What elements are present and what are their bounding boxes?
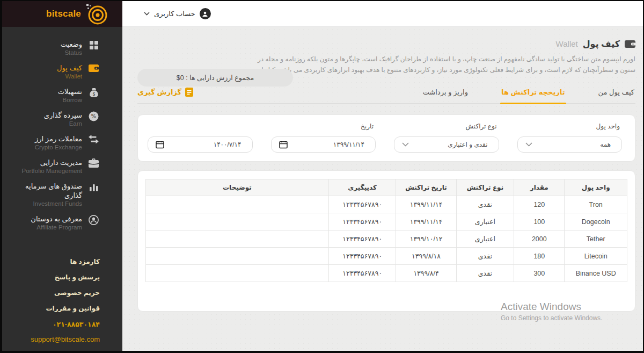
bitscale-logo-icon xyxy=(86,3,107,25)
percent-icon: % xyxy=(88,111,99,122)
footer-link-terms[interactable]: قوانین و مقررات xyxy=(46,305,100,312)
nav-label-fa: صندوق های سرمایه گذاری xyxy=(8,182,82,200)
table-row: Binance USD 300 نقدی ۱۳۹۹/۸/۴ ۱۲۳۳۴۵۶۷۸۹… xyxy=(146,265,627,282)
sidebar-item-portfolio[interactable]: مدیریت داراییPortfolio Manegement xyxy=(2,158,122,175)
wallet-title-icon xyxy=(625,40,635,48)
header-description: توضیحات xyxy=(146,179,329,196)
nav-label-fa: مدیریت دارایی xyxy=(40,158,82,167)
report-button[interactable]: گزارش گیری xyxy=(137,88,193,103)
date-to-input[interactable]: ۱۴۰۰/۷/۱۴ xyxy=(148,136,253,153)
footer-link-faq[interactable]: پرسش و پاسخ xyxy=(55,273,100,281)
account-menu[interactable]: حساب کاربری xyxy=(144,8,211,19)
sidebar-item-affiliate[interactable]: معرفی به دوستانAffiliate Program xyxy=(2,214,122,232)
currency-filter-label: واحد پول xyxy=(517,123,623,133)
nav-label-fa: کیف پول xyxy=(57,63,82,73)
support-phone: ۰۲۱-۸۸۵۳۰۱۸۴ xyxy=(53,320,100,328)
tab-bar: کیف پول من تاریخچه تراکنش ها واریز و برد… xyxy=(137,86,635,104)
calendar-icon xyxy=(156,140,164,149)
sidebar-logo[interactable]: bitscale xyxy=(2,1,122,27)
brand-name: bitscale xyxy=(46,9,81,19)
header-type: نوع تراکنش xyxy=(456,179,514,196)
header-date: تاریخ تراکنش xyxy=(396,179,456,196)
nav-label-en: Portfolio Manegement xyxy=(21,167,82,175)
sidebar-item-wallet[interactable]: کیف پولWallet xyxy=(2,63,122,81)
total-assets-badge: مجموع ارزش دارایی ها : 0$ xyxy=(137,69,293,87)
topbar: حساب کاربری xyxy=(122,1,643,27)
nav-label-fa: سپرده گذاری xyxy=(44,111,82,120)
sidebar-item-borrow[interactable]: $ تسهیلاتBorrow xyxy=(2,87,122,104)
table-row: Tron 120 نقدی ۱۳۹۹/۱۱/۱۴ ۱۲۳۳۴۵۶۷۸۹۰ xyxy=(146,196,627,213)
transactions-table: واحد پول مقدار نوع تراکنش تاریخ تراکنش ک… xyxy=(145,179,627,282)
nav-label-fa: معرفی به دوستان xyxy=(31,214,82,224)
filter-date-from: تاریخ ۱۳۹۹/۱۱/۱۴ xyxy=(271,123,376,153)
tab-transaction-history[interactable]: تاریخچه تراکنش ها xyxy=(500,86,566,103)
support-email[interactable]: support@bitscale.com xyxy=(31,335,100,343)
table-header-row: واحد پول مقدار نوع تراکنش تاریخ تراکنش ک… xyxy=(146,179,627,196)
header-tracking-code: کدپیگیری xyxy=(328,179,396,196)
nav-label-en: Status xyxy=(64,49,82,57)
app-window: bitscale وضعیتStatus کیف پولWallet $ تسه… xyxy=(0,0,644,353)
wallet-icon xyxy=(88,64,99,75)
sidebar-nav: وضعیتStatus کیف پولWallet $ تسهیلاتBorro… xyxy=(2,27,122,238)
filter-currency: واحد پول همه xyxy=(517,123,623,153)
exchange-arrows-icon xyxy=(88,135,99,146)
transactions-panel: واحد پول مقدار نوع تراکنش تاریخ تراکنش ک… xyxy=(137,170,635,312)
svg-text:$: $ xyxy=(92,92,95,97)
report-document-icon xyxy=(185,88,193,97)
sidebar-footer: کارمزد ها پرسش و پاسخ حریم خصوصی قوانین … xyxy=(2,258,122,351)
report-label: گزارش گیری xyxy=(137,88,181,96)
nav-label-fa: تسهیلات xyxy=(58,87,82,96)
footer-link-privacy[interactable]: حریم خصوصی xyxy=(54,289,100,297)
bar-chart-icon xyxy=(88,182,99,193)
type-filter-label: نوع تراکنش xyxy=(394,123,499,133)
page-title: کیف پول xyxy=(583,39,620,49)
user-avatar-icon xyxy=(200,8,211,19)
table-row: Litecoin 180 نقدی ۱۳۹۹/۸/۱۸ ۱۲۳۳۴۵۶۷۸۹۰ xyxy=(146,248,627,265)
nav-label-en: Earn xyxy=(69,120,82,128)
grid-icon xyxy=(88,40,99,51)
main-area: حساب کاربری کیف پول Wallet لورم ایپسوم م… xyxy=(122,1,643,351)
nav-label-fa: وضعیت xyxy=(61,40,82,49)
date-filter-label: تاریخ xyxy=(271,123,376,133)
nav-label-en: Investment Funds xyxy=(33,200,82,208)
calendar-icon xyxy=(279,140,288,149)
filter-date-to: ۱۴۰۰/۷/۱۴ xyxy=(148,123,253,153)
chevron-down-icon xyxy=(402,142,409,147)
person-icon xyxy=(88,215,99,226)
sidebar-item-earn[interactable]: % سپرده گذاریEarn xyxy=(2,111,122,128)
filters-panel: واحد پول همه نوع تراکنش نقدی و اعتباری xyxy=(137,114,635,162)
header-currency: واحد پول xyxy=(565,179,627,196)
sidebar-item-crypto-exchange[interactable]: معاملات رمز ارزCrypto Exchange xyxy=(2,134,122,152)
header-amount: مقدار xyxy=(514,179,565,196)
table-row: Tether 2000 اعتباری ۱۳۹۹/۱۰/۱۲ ۱۲۳۳۴۵۶۷۸… xyxy=(146,230,627,248)
sidebar-item-status[interactable]: وضعیتStatus xyxy=(2,40,122,57)
tab-deposit-withdraw[interactable]: واریز و برداشت xyxy=(422,86,469,103)
tab-my-wallet[interactable]: کیف پول من xyxy=(597,86,635,103)
sidebar-item-investment-funds[interactable]: صندوق های سرمایه گذاریInvestment Funds xyxy=(2,182,122,208)
nav-label-fa: معاملات رمز ارز xyxy=(35,134,82,143)
svg-text:%: % xyxy=(91,113,97,119)
nav-label-en: Crypto Exchange xyxy=(35,143,82,152)
chevron-down-icon xyxy=(525,142,532,147)
page-header: کیف پول Wallet لورم ایپسوم متن ساختگی با… xyxy=(122,39,635,75)
filter-transaction-type: نوع تراکنش نقدی و اعتباری xyxy=(394,123,499,153)
nav-label-en: Wallet xyxy=(65,73,82,81)
moneybag-icon: $ xyxy=(88,88,99,98)
table-row: Dogecoin 100 اعتباری ۱۳۹۹/۱۱/۱۴ ۱۲۳۳۴۵۶۷… xyxy=(146,213,627,230)
footer-link-fees[interactable]: کارمزد ها xyxy=(70,258,100,265)
briefcase-icon xyxy=(88,159,99,169)
sidebar: bitscale وضعیتStatus کیف پولWallet $ تسه… xyxy=(2,1,122,351)
transaction-type-select[interactable]: نقدی و اعتباری xyxy=(394,136,499,153)
nav-label-en: Affiliate Program xyxy=(36,224,82,232)
chevron-down-icon xyxy=(144,12,150,16)
page-title-en: Wallet xyxy=(556,39,578,48)
page-content: کیف پول Wallet لورم ایپسوم متن ساختگی با… xyxy=(122,27,643,351)
account-label: حساب کاربری xyxy=(154,10,195,18)
nav-label-en: Borrow xyxy=(63,96,82,104)
date-from-input[interactable]: ۱۳۹۹/۱۱/۱۴ xyxy=(271,136,376,153)
currency-select[interactable]: همه xyxy=(517,136,623,153)
